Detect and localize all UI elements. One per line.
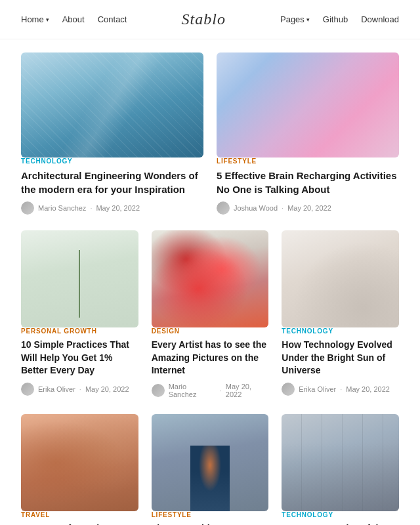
featured-card-1-author: Mario Sanchez <box>38 204 86 212</box>
nav-github[interactable]: Github <box>323 14 348 24</box>
row2-card-2-image <box>152 230 269 327</box>
row2-card-2: DESIGN Every Artist has to see the Amazi… <box>152 230 269 398</box>
featured-card-2-title-link[interactable]: 5 Effective Brain Recharging Activities … <box>217 169 399 201</box>
nav-contact[interactable]: Contact <box>98 14 127 24</box>
row2-card-1-link[interactable] <box>21 230 138 327</box>
row2-card-3-image <box>282 230 399 327</box>
dot: · <box>340 385 342 393</box>
row2-card-2-date: May 20, 2022 <box>226 383 269 398</box>
row2-card-1-avatar <box>21 383 34 396</box>
row3-card-2-title: There's Nothing New About Undermining Wo… <box>152 522 269 525</box>
row3-card-1-category: TRAVEL <box>21 511 138 518</box>
dot: · <box>282 204 284 212</box>
row2-card-2-title-link[interactable]: Every Artist has to see the Amazing Pict… <box>152 339 269 383</box>
nav-right: Pages ▾ Github Download <box>280 14 399 24</box>
featured-card-2-meta: Joshua Wood · May 20, 2022 <box>217 201 399 215</box>
row2-card-2-link[interactable] <box>152 230 269 327</box>
nav-download[interactable]: Download <box>361 14 399 24</box>
row3-card-1-link[interactable] <box>21 414 138 511</box>
featured-row: TECHNOLOGY Architectural Engineering Won… <box>21 52 399 215</box>
row3-card-3-title-link[interactable]: Escape Fantasies of the Tech Billionaire… <box>282 522 399 525</box>
row2-card-3-category: TECHNOLOGY <box>282 327 399 335</box>
row2-card-3-date: May 20, 2022 <box>346 385 390 393</box>
featured-card-1-date: May 20, 2022 <box>96 204 140 212</box>
dot: · <box>79 385 81 393</box>
row3-card-3-category: TECHNOLOGY <box>282 511 399 518</box>
featured-card-1: TECHNOLOGY Architectural Engineering Won… <box>21 52 203 215</box>
row2-card-3-author: Erika Oliver <box>299 385 336 393</box>
site-header: Home ▾ About Contact Stablo Pages ▾ Gith… <box>0 0 420 39</box>
featured-card-1-meta: Mario Sanchez · May 20, 2022 <box>21 201 203 215</box>
featured-card-2-link[interactable] <box>217 52 399 158</box>
nav-home[interactable]: Home ▾ <box>21 14 49 24</box>
row2-card-3: TECHNOLOGY How Technology Evolved Under … <box>282 230 399 398</box>
featured-card-1-image <box>21 52 203 158</box>
row2-card-1-author: Erika Oliver <box>38 385 75 393</box>
row3-card-2-image <box>152 414 269 511</box>
row3-card-3-title: Escape Fantasies of the Tech Billionaire… <box>282 522 399 525</box>
row3-card-3-image <box>282 414 399 511</box>
row2-card-2-meta: Mario Sanchez · May 20, 2022 <box>152 383 269 398</box>
row2-card-1-title-link[interactable]: 10 Simple Practices That Will Help You G… <box>21 339 138 383</box>
row2-card-3-link[interactable] <box>282 230 399 327</box>
main-content: TECHNOLOGY Architectural Engineering Won… <box>0 39 420 525</box>
row2-card-1-title: 10 Simple Practices That Will Help You G… <box>21 339 138 377</box>
featured-card-2-image <box>217 52 399 158</box>
row3-card-1-title: Lessons Of Happiness I learned from a Mo… <box>21 522 138 525</box>
row2: PERSONAL GROWTH 10 Simple Practices That… <box>21 230 399 398</box>
nav-about[interactable]: About <box>62 14 85 24</box>
row2-card-1-category: PERSONAL GROWTH <box>21 327 138 335</box>
featured-card-2: LIFESTYLE 5 Effective Brain Recharging A… <box>217 52 399 215</box>
row2-card-2-avatar <box>152 384 165 397</box>
featured-card-1-category: TECHNOLOGY <box>21 158 203 165</box>
row3-card-1-title-link[interactable]: Lessons Of Happiness I learned from a Mo… <box>21 522 138 525</box>
featured-card-1-avatar <box>21 201 34 215</box>
dot: · <box>90 204 92 212</box>
row2-card-1-meta: Erika Oliver · May 20, 2022 <box>21 383 138 396</box>
featured-card-2-date: May 20, 2022 <box>287 204 331 212</box>
featured-card-2-author: Joshua Wood <box>234 204 278 212</box>
row2-card-1: PERSONAL GROWTH 10 Simple Practices That… <box>21 230 138 398</box>
nav-left: Home ▾ About Contact <box>21 14 127 24</box>
featured-card-1-link[interactable] <box>21 52 203 158</box>
chevron-down-icon: ▾ <box>46 16 49 23</box>
row2-card-3-title: How Technology Evolved Under the Bright … <box>282 339 399 377</box>
chevron-down-icon: ▾ <box>306 16 310 23</box>
row2-card-1-date: May 20, 2022 <box>85 385 129 393</box>
row3-card-2-link[interactable] <box>152 414 269 511</box>
site-logo[interactable]: Stablo <box>182 10 226 28</box>
featured-card-1-title-link[interactable]: Architectural Engineering Wonders of the… <box>21 169 203 201</box>
row2-card-2-title: Every Artist has to see the Amazing Pict… <box>152 339 269 377</box>
featured-card-2-category: LIFESTYLE <box>217 158 399 165</box>
nav-pages[interactable]: Pages ▾ <box>280 14 310 24</box>
row3-card-1-image <box>21 414 138 511</box>
featured-card-2-avatar <box>217 201 230 215</box>
row3-card-2-title-link[interactable]: There's Nothing New About Undermining Wo… <box>152 522 269 525</box>
featured-card-2-title: 5 Effective Brain Recharging Activities … <box>217 169 399 196</box>
featured-card-1-title: Architectural Engineering Wonders of the… <box>21 169 203 196</box>
row3-card-3-link[interactable] <box>282 414 399 511</box>
row3-card-2-category: LIFESTYLE <box>152 511 269 518</box>
row3-card-1: TRAVEL Lessons Of Happiness I learned fr… <box>21 414 138 525</box>
row2-card-3-avatar <box>282 383 295 396</box>
row2-card-3-meta: Erika Oliver · May 20, 2022 <box>282 383 399 396</box>
dot: · <box>220 387 222 394</box>
row2-card-2-author: Mario Sanchez <box>169 383 216 398</box>
row2-card-2-category: DESIGN <box>152 327 269 335</box>
row3: TRAVEL Lessons Of Happiness I learned fr… <box>21 414 399 525</box>
row3-card-2: LIFESTYLE There's Nothing New About Unde… <box>152 414 269 525</box>
row3-card-3: TECHNOLOGY Escape Fantasies of the Tech … <box>282 414 399 525</box>
row2-card-1-image <box>21 230 138 327</box>
row2-card-3-title-link[interactable]: How Technology Evolved Under the Bright … <box>282 339 399 383</box>
